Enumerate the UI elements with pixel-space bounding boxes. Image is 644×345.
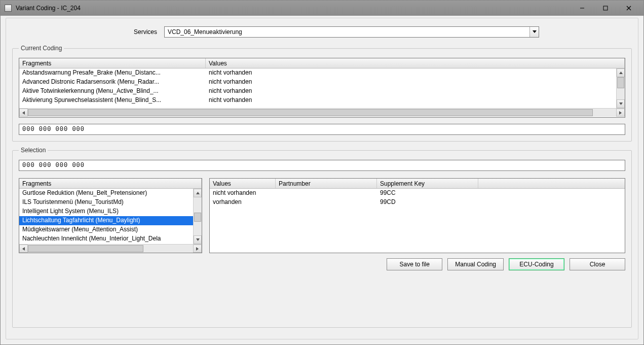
col-supplement-key[interactable]: Supplement Key: [377, 179, 478, 188]
scroll-up-button[interactable]: [194, 189, 202, 197]
scroll-right-button[interactable]: [616, 109, 625, 117]
scroll-thumb[interactable]: [617, 77, 624, 88]
current-coding-body[interactable]: Abstandswarnung Presafe_Brake (Menu_Dist…: [19, 68, 625, 108]
fragment-label: Gurtlose Reduktion (Menu_Belt_Pretension…: [19, 189, 202, 198]
save-to-file-button[interactable]: Save to file: [387, 258, 442, 270]
table-row[interactable]: vorhanden 99CD: [210, 198, 625, 207]
window-frame: Variant Coding - IC_204 Services VCD_06_…: [0, 0, 644, 345]
scroll-left-button[interactable]: [19, 109, 28, 117]
chevron-up-icon: [196, 192, 200, 194]
svg-marker-4: [533, 30, 537, 33]
values-body[interactable]: nicht vorhanden 99CC vorhanden 99CD: [210, 189, 625, 253]
col-fragments[interactable]: Fragments: [19, 58, 206, 68]
fragment-cell: Aktive Totwinkelerkennung (Menu_Active_B…: [19, 87, 206, 96]
scroll-thumb[interactable]: [28, 109, 593, 116]
titlebar[interactable]: Variant Coding - IC_204: [1, 1, 643, 16]
value-cell: nicht vorhanden: [210, 189, 276, 198]
services-dropdown[interactable]: VCD_06_Menueaktivierung: [164, 26, 539, 38]
chevron-down-icon: [533, 30, 537, 33]
button-label: Manual Coding: [455, 261, 496, 268]
svg-marker-7: [22, 111, 25, 115]
table-row[interactable]: Advanced Distronic Radarsensorik (Menu_R…: [19, 78, 625, 87]
chevron-left-icon: [22, 247, 25, 251]
horizontal-scrollbar[interactable]: [19, 108, 625, 117]
scroll-thumb[interactable]: [194, 213, 201, 222]
scroll-track[interactable]: [28, 245, 193, 253]
list-item-selected[interactable]: Lichtschaltung Tagfahrlicht (Menu_Daylig…: [19, 216, 202, 225]
dropdown-arrow[interactable]: [529, 27, 539, 37]
selection-hex[interactable]: 000 000 000 000: [19, 160, 625, 171]
col-spacer: [478, 179, 625, 188]
button-label: ECU-Coding: [519, 261, 553, 268]
svg-marker-5: [619, 72, 623, 74]
button-bar: Save to file Manual Coding ECU-Coding Cl…: [19, 258, 625, 270]
fragment-label: Müdigkeitswarner (Menu_Attention_Assist): [19, 225, 202, 234]
ecu-coding-button[interactable]: ECU-Coding: [509, 258, 564, 270]
services-selected: VCD_06_Menueaktivierung: [165, 28, 529, 36]
svg-marker-10: [196, 238, 200, 241]
vertical-scrollbar[interactable]: [193, 189, 202, 244]
scroll-down-button[interactable]: [194, 235, 202, 244]
minimize-icon: [579, 5, 585, 11]
scroll-left-button[interactable]: [19, 245, 28, 253]
fragments-body[interactable]: Gurtlose Reduktion (Menu_Belt_Pretension…: [19, 189, 202, 244]
current-coding-list[interactable]: Fragments Values Abstandswarnung Presafe…: [19, 58, 625, 118]
value-cell: nicht vorhanden: [206, 68, 625, 78]
fragment-label: Lichtschaltung Tagfahrlicht (Menu_Daylig…: [19, 216, 202, 225]
close-window-button[interactable]: [617, 1, 640, 16]
table-row[interactable]: nicht vorhanden 99CC: [210, 189, 625, 198]
current-coding-legend: Current Coding: [19, 45, 64, 52]
col-fragments[interactable]: Fragments: [19, 179, 202, 188]
fragment-label: ILS Touristenmenü (Menu_TouristMd): [19, 198, 202, 207]
selection-values-panel: Values Partnumber Supplement Key nicht v…: [209, 178, 625, 253]
scroll-track[interactable]: [28, 109, 616, 117]
svg-marker-9: [196, 192, 200, 194]
list-item[interactable]: ILS Touristenmenü (Menu_TouristMd): [19, 198, 202, 207]
value-cell: nicht vorhanden: [206, 78, 625, 87]
scroll-down-button[interactable]: [617, 99, 625, 108]
partnumber-cell: [276, 189, 377, 198]
selection-columns: Fragments Gurtlose Reduktion (Menu_Belt_…: [19, 178, 625, 253]
selection-legend: Selection: [19, 147, 48, 154]
chevron-down-icon: [619, 102, 623, 105]
col-values[interactable]: Values: [210, 179, 276, 188]
col-partnumber[interactable]: Partnumber: [276, 179, 377, 188]
list-item[interactable]: Nachleuchten Innenlicht (Menu_Interior_L…: [19, 234, 202, 244]
chevron-right-icon: [619, 111, 622, 115]
minimize-button[interactable]: [571, 1, 594, 16]
scroll-thumb[interactable]: [28, 245, 143, 252]
close-button[interactable]: Close: [570, 258, 625, 270]
maximize-icon: [602, 5, 609, 11]
list-item[interactable]: Intelligent Light System (Menu_ILS): [19, 207, 202, 216]
fragment-label: Intelligent Light System (Menu_ILS): [19, 207, 202, 216]
scroll-right-button[interactable]: [193, 245, 202, 253]
window-title: Variant Coding - IC_204: [16, 5, 571, 12]
list-item[interactable]: Gurtlose Reduktion (Menu_Belt_Pretension…: [19, 189, 202, 198]
scroll-track[interactable]: [617, 77, 625, 99]
vertical-scrollbar[interactable]: [616, 68, 625, 108]
app-icon: [5, 5, 12, 12]
table-row[interactable]: Abstandswarnung Presafe_Brake (Menu_Dist…: [19, 68, 625, 78]
current-coding-hex[interactable]: 000 000 000 000: [19, 124, 625, 135]
horizontal-scrollbar[interactable]: [19, 244, 202, 253]
fragment-label: Nachleuchten Innenlicht (Menu_Interior_L…: [19, 234, 202, 244]
scroll-track[interactable]: [194, 197, 202, 235]
col-values[interactable]: Values: [206, 58, 625, 68]
scroll-up-button[interactable]: [617, 68, 625, 77]
partnumber-cell: [276, 198, 377, 207]
svg-marker-8: [619, 111, 622, 115]
list-item[interactable]: Müdigkeitswarner (Menu_Attention_Assist): [19, 225, 202, 234]
selection-fragments-panel: Fragments Gurtlose Reduktion (Menu_Belt_…: [19, 178, 202, 253]
value-cell: vorhanden: [210, 198, 276, 207]
manual-coding-button[interactable]: Manual Coding: [447, 258, 504, 270]
table-row[interactable]: Aktive Totwinkelerkennung (Menu_Active_B…: [19, 87, 625, 96]
fragments-listbox[interactable]: Fragments Gurtlose Reduktion (Menu_Belt_…: [19, 178, 202, 253]
client-area: Services VCD_06_Menueaktivierung Current…: [1, 16, 643, 344]
fragment-cell: Abstandswarnung Presafe_Brake (Menu_Dist…: [19, 68, 206, 78]
inner-panel: Services VCD_06_Menueaktivierung Current…: [6, 18, 638, 339]
table-row[interactable]: Aktivierung Spurwechselassistent (Menu_B…: [19, 96, 625, 105]
maximize-button[interactable]: [594, 1, 617, 16]
chevron-right-icon: [196, 247, 199, 251]
values-listbox[interactable]: Values Partnumber Supplement Key nicht v…: [209, 178, 625, 253]
fragment-cell: Advanced Distronic Radarsensorik (Menu_R…: [19, 78, 206, 87]
